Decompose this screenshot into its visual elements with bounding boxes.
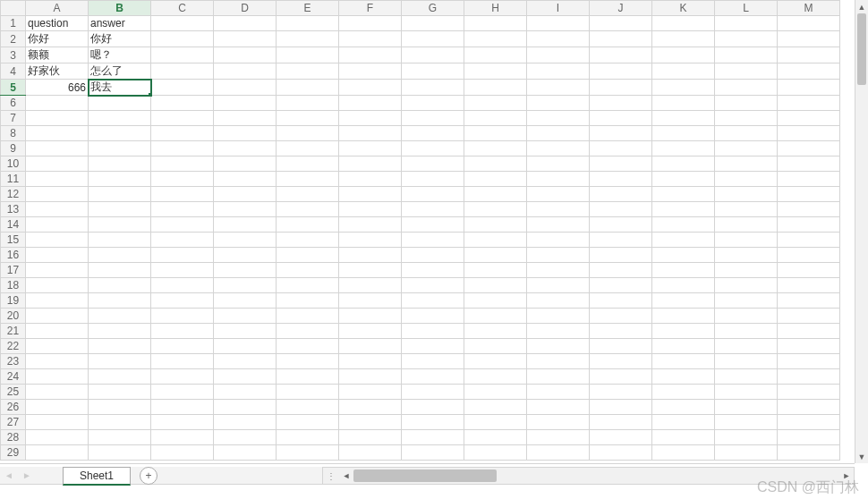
cell-L14[interactable]	[715, 217, 778, 233]
cell-K3[interactable]	[652, 47, 715, 63]
cell-I2[interactable]	[527, 31, 590, 47]
cell-I13[interactable]	[527, 202, 590, 217]
cell-J18[interactable]	[590, 278, 652, 293]
cell-A5[interactable]: 666	[26, 80, 89, 96]
cell-A16[interactable]	[26, 248, 89, 263]
cell-M25[interactable]	[778, 385, 840, 400]
cell-G27[interactable]	[402, 415, 464, 430]
cell-H3[interactable]	[464, 47, 527, 63]
cell-D9[interactable]	[214, 141, 277, 156]
cell-G22[interactable]	[402, 339, 464, 354]
cell-H18[interactable]	[464, 278, 527, 293]
cell-J7[interactable]	[590, 111, 652, 126]
cell-C25[interactable]	[151, 385, 214, 400]
cell-B18[interactable]	[89, 278, 151, 293]
row-header-19[interactable]: 19	[1, 293, 26, 309]
cell-E3[interactable]	[277, 47, 339, 63]
cell-C23[interactable]	[151, 354, 214, 369]
cell-A13[interactable]	[26, 202, 89, 217]
cell-M11[interactable]	[778, 172, 840, 187]
cell-E6[interactable]	[277, 96, 339, 111]
cell-C16[interactable]	[151, 248, 214, 263]
cell-E16[interactable]	[277, 248, 339, 263]
cell-D21[interactable]	[214, 324, 277, 339]
row-header-5[interactable]: 5	[1, 80, 26, 96]
cell-G14[interactable]	[402, 217, 464, 233]
cell-A8[interactable]	[26, 126, 89, 141]
row-header-24[interactable]: 24	[1, 369, 26, 385]
cell-C10[interactable]	[151, 156, 214, 172]
cell-M14[interactable]	[778, 217, 840, 233]
cell-J23[interactable]	[590, 354, 652, 369]
cell-A27[interactable]	[26, 415, 89, 430]
cell-K4[interactable]	[652, 63, 715, 80]
row-header-6[interactable]: 6	[1, 96, 26, 111]
cell-D24[interactable]	[214, 369, 277, 385]
add-sheet-button[interactable]: +	[140, 467, 157, 485]
cell-A26[interactable]	[26, 400, 89, 415]
hscroll-left-button[interactable]: ◄	[339, 471, 353, 480]
cell-F22[interactable]	[339, 339, 402, 354]
row-header-13[interactable]: 13	[1, 202, 26, 217]
cell-J9[interactable]	[590, 141, 652, 156]
cell-M9[interactable]	[778, 141, 840, 156]
cell-M13[interactable]	[778, 202, 840, 217]
cell-H28[interactable]	[464, 430, 527, 445]
cell-F9[interactable]	[339, 141, 402, 156]
cell-A10[interactable]	[26, 156, 89, 172]
cell-M27[interactable]	[778, 415, 840, 430]
cell-F2[interactable]	[339, 31, 402, 47]
cell-H22[interactable]	[464, 339, 527, 354]
cell-C3[interactable]	[151, 47, 214, 63]
cell-G17[interactable]	[402, 263, 464, 278]
cell-D12[interactable]	[214, 187, 277, 202]
row-header-4[interactable]: 4	[1, 63, 26, 80]
cell-L12[interactable]	[715, 187, 778, 202]
cell-B4[interactable]: 怎么了	[89, 63, 151, 80]
cell-C27[interactable]	[151, 415, 214, 430]
cell-K13[interactable]	[652, 202, 715, 217]
cell-A22[interactable]	[26, 339, 89, 354]
cell-J5[interactable]	[590, 80, 652, 96]
cell-J4[interactable]	[590, 63, 652, 80]
cell-I11[interactable]	[527, 172, 590, 187]
cell-M19[interactable]	[778, 293, 840, 309]
cell-B13[interactable]	[89, 202, 151, 217]
column-header-E[interactable]: E	[277, 1, 339, 16]
cell-J21[interactable]	[590, 324, 652, 339]
cell-K21[interactable]	[652, 324, 715, 339]
cell-F20[interactable]	[339, 309, 402, 324]
cell-F27[interactable]	[339, 415, 402, 430]
cell-H21[interactable]	[464, 324, 527, 339]
cell-L13[interactable]	[715, 202, 778, 217]
hscroll-options-icon[interactable]: ⋮	[323, 471, 339, 481]
row-header-15[interactable]: 15	[1, 233, 26, 248]
cell-G9[interactable]	[402, 141, 464, 156]
cell-B2[interactable]: 你好	[89, 31, 151, 47]
cell-G11[interactable]	[402, 172, 464, 187]
cell-D25[interactable]	[214, 385, 277, 400]
cell-C8[interactable]	[151, 126, 214, 141]
column-header-H[interactable]: H	[464, 1, 527, 16]
cell-H11[interactable]	[464, 172, 527, 187]
cell-L18[interactable]	[715, 278, 778, 293]
cell-L4[interactable]	[715, 63, 778, 80]
cell-J12[interactable]	[590, 187, 652, 202]
cell-M2[interactable]	[778, 31, 840, 47]
cell-B26[interactable]	[89, 400, 151, 415]
cell-G18[interactable]	[402, 278, 464, 293]
cell-E12[interactable]	[277, 187, 339, 202]
cell-G13[interactable]	[402, 202, 464, 217]
cell-H20[interactable]	[464, 309, 527, 324]
cell-K5[interactable]	[652, 80, 715, 96]
cell-A21[interactable]	[26, 324, 89, 339]
cell-K14[interactable]	[652, 217, 715, 233]
cell-M18[interactable]	[778, 278, 840, 293]
cell-B21[interactable]	[89, 324, 151, 339]
cell-A18[interactable]	[26, 278, 89, 293]
cell-B27[interactable]	[89, 415, 151, 430]
cell-K11[interactable]	[652, 172, 715, 187]
cell-F11[interactable]	[339, 172, 402, 187]
cell-F1[interactable]	[339, 16, 402, 31]
cell-B19[interactable]	[89, 293, 151, 309]
